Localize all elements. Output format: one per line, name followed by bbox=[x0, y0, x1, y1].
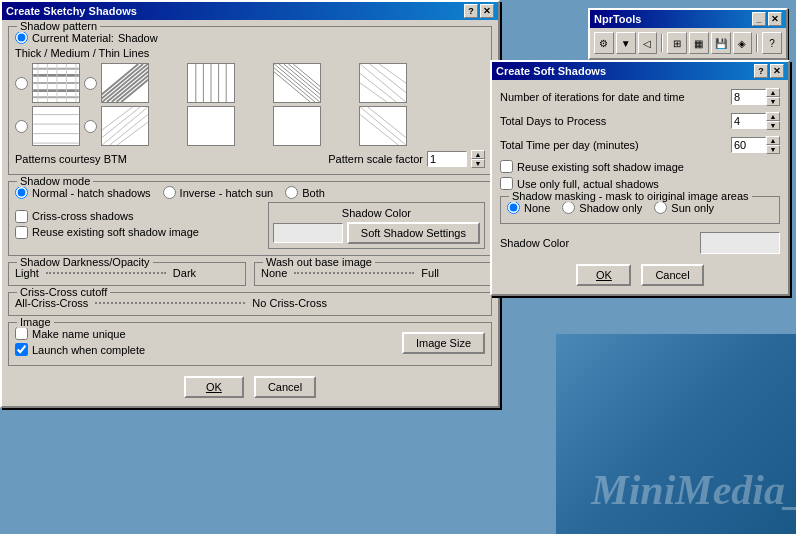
image-label: Image bbox=[17, 316, 54, 328]
toolbar-btn-2[interactable]: ▼ bbox=[616, 32, 636, 54]
svg-rect-51 bbox=[274, 107, 320, 145]
sketchy-close-btn[interactable]: ✕ bbox=[480, 4, 494, 18]
nprtools-title: NprTools bbox=[594, 13, 641, 25]
current-material-text: Current Material: bbox=[32, 32, 114, 44]
shadow-pattern-label: Shadow pattern bbox=[17, 20, 100, 32]
pattern-thumb-6[interactable] bbox=[32, 106, 80, 146]
shadow-masking-group: Shadow masking - mask to oiriginal image… bbox=[500, 196, 780, 224]
make-unique-checkbox[interactable] bbox=[15, 327, 28, 340]
soft-shadow-color-label: Shadow Color bbox=[500, 237, 569, 249]
criss-cross-row: Criss-cross shadows bbox=[15, 210, 199, 223]
launch-checkbox[interactable] bbox=[15, 343, 28, 356]
nprtools-close-btn[interactable]: ✕ bbox=[768, 12, 782, 26]
soft-shadow-cancel-label: Cancel bbox=[655, 269, 689, 281]
toolbar-btn-1[interactable]: ⚙ bbox=[594, 32, 614, 54]
soft-shadow-content: Number of iterations for date and time ▲… bbox=[492, 80, 788, 294]
use-only-full-checkbox[interactable] bbox=[500, 177, 513, 190]
current-material-radio[interactable] bbox=[15, 31, 28, 44]
sketchy-help-btn[interactable]: ? bbox=[464, 4, 478, 18]
darkness-slider-track[interactable] bbox=[46, 272, 166, 274]
total-days-label: Total Days to Process bbox=[500, 115, 606, 127]
time-per-day-input[interactable] bbox=[731, 137, 766, 153]
shadow-color-box: Shadow Color Soft Shadow Settings bbox=[268, 202, 485, 249]
pattern-thumb-8[interactable] bbox=[187, 106, 235, 146]
make-unique-text: Make name unique bbox=[32, 328, 126, 340]
total-days-up-btn[interactable]: ▲ bbox=[766, 112, 780, 121]
total-days-input-group: ▲ ▼ bbox=[731, 112, 780, 130]
nprtools-minimize-btn[interactable]: _ bbox=[752, 12, 766, 26]
inverse-hatch-radio[interactable] bbox=[163, 186, 176, 199]
masking-none-radio[interactable] bbox=[507, 201, 520, 214]
soft-shadow-color-swatch[interactable] bbox=[700, 232, 780, 254]
iterations-down-btn[interactable]: ▼ bbox=[766, 97, 780, 106]
soft-shadow-help-btn[interactable]: ? bbox=[754, 64, 768, 78]
shadow-color-swatch[interactable] bbox=[273, 223, 343, 243]
toolbar-btn-8[interactable]: ? bbox=[762, 32, 782, 54]
darkness-label: Shadow Darkness/Opacity bbox=[17, 256, 153, 268]
scale-down-btn[interactable]: ▼ bbox=[471, 159, 485, 168]
reuse-soft-checkbox[interactable] bbox=[15, 226, 28, 239]
pattern-thumb-1[interactable] bbox=[32, 63, 80, 103]
masking-sun-only-radio[interactable] bbox=[654, 201, 667, 214]
cancel-btn[interactable]: Cancel bbox=[254, 376, 316, 398]
scale-factor-spin: ▲ ▼ bbox=[471, 150, 485, 168]
pattern-thumb-10[interactable] bbox=[359, 106, 407, 146]
shadow-mode-group: Shadow mode Normal - hatch shadows Inver… bbox=[8, 181, 492, 256]
both-radio[interactable] bbox=[285, 186, 298, 199]
normal-hatch-radio[interactable] bbox=[15, 186, 28, 199]
nprtools-bg: MiniMedia_ bbox=[556, 334, 796, 534]
sketchy-title: Create Sketchy Shadows bbox=[6, 5, 137, 17]
hatch-mode-row: Normal - hatch shadows Inverse - hatch s… bbox=[15, 186, 485, 199]
soft-shadow-settings-btn[interactable]: Soft Shadow Settings bbox=[347, 222, 480, 244]
time-per-day-up-btn[interactable]: ▲ bbox=[766, 136, 780, 145]
svg-rect-39 bbox=[33, 107, 79, 145]
criss-cross-cutoff-group: Criss-Cross cutoff All-Criss-Cross No Cr… bbox=[8, 292, 492, 316]
reuse-soft-shadow-text: Reuse existing soft shadow image bbox=[517, 161, 684, 173]
criss-cross-col: Criss-cross shadows Reuse existing soft … bbox=[15, 210, 199, 242]
iterations-input[interactable] bbox=[731, 89, 766, 105]
pat-radio-3[interactable] bbox=[15, 120, 28, 133]
pattern-footer: Patterns courtesy BTM Pattern scale fact… bbox=[15, 150, 485, 168]
iterations-label: Number of iterations for date and time bbox=[500, 91, 685, 103]
total-days-down-btn[interactable]: ▼ bbox=[766, 121, 780, 130]
masking-shadow-only-radio[interactable] bbox=[562, 201, 575, 214]
darkness-washout-row: Shadow Darkness/Opacity Light Dark Wash … bbox=[8, 262, 492, 286]
washout-slider-track[interactable] bbox=[294, 272, 414, 274]
reuse-soft-shadow-checkbox[interactable] bbox=[500, 160, 513, 173]
iterations-row: Number of iterations for date and time ▲… bbox=[500, 88, 780, 106]
time-per-day-down-btn[interactable]: ▼ bbox=[766, 145, 780, 154]
pattern-thumb-5[interactable] bbox=[359, 63, 407, 103]
pat-radio-1[interactable] bbox=[15, 77, 28, 90]
pattern-thumb-9[interactable] bbox=[273, 106, 321, 146]
washout-group: Wash out base image None Full bbox=[254, 262, 492, 286]
criss-cross-text: Criss-cross shadows bbox=[32, 210, 133, 222]
toolbar-btn-4[interactable]: ⊞ bbox=[667, 32, 687, 54]
toolbar-btn-6[interactable]: 💾 bbox=[711, 32, 731, 54]
soft-shadow-color-row: Shadow Color bbox=[500, 232, 780, 254]
masking-none-text: None bbox=[524, 202, 550, 214]
pattern-row-2 bbox=[15, 106, 485, 146]
soft-shadow-ok-btn[interactable]: OK bbox=[576, 264, 631, 286]
toolbar-btn-3[interactable]: ◁ bbox=[638, 32, 658, 54]
pattern-thumb-7[interactable] bbox=[101, 106, 149, 146]
pat-radio-2[interactable] bbox=[84, 77, 97, 90]
shadow-mode-label: Shadow mode bbox=[17, 175, 93, 187]
criss-cross-slider-track[interactable] bbox=[95, 302, 245, 304]
soft-shadow-cancel-btn[interactable]: Cancel bbox=[641, 264, 703, 286]
criss-cross-checkbox[interactable] bbox=[15, 210, 28, 223]
nprtools-titlebar: NprTools _ ✕ bbox=[590, 10, 786, 28]
scale-factor-input[interactable] bbox=[427, 151, 467, 167]
scale-up-btn[interactable]: ▲ bbox=[471, 150, 485, 159]
ok-btn[interactable]: OK bbox=[184, 376, 244, 398]
iterations-up-btn[interactable]: ▲ bbox=[766, 88, 780, 97]
soft-shadow-close-btn[interactable]: ✕ bbox=[770, 64, 784, 78]
image-size-btn[interactable]: Image Size bbox=[402, 332, 485, 354]
darkness-light-label: Light bbox=[15, 267, 39, 279]
pat-radio-4[interactable] bbox=[84, 120, 97, 133]
toolbar-btn-5[interactable]: ▦ bbox=[689, 32, 709, 54]
pattern-thumb-3[interactable] bbox=[187, 63, 235, 103]
pattern-thumb-4[interactable] bbox=[273, 63, 321, 103]
toolbar-btn-7[interactable]: ◈ bbox=[733, 32, 753, 54]
pattern-thumb-2[interactable] bbox=[101, 63, 149, 103]
total-days-input[interactable] bbox=[731, 113, 766, 129]
